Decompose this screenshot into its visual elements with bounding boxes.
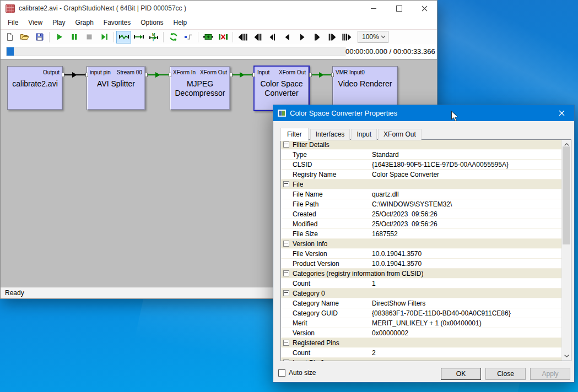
seek-bar[interactable] [6,47,345,56]
property-label: File [293,181,303,188]
property-row[interactable]: Category GUID {083863F1-70DE-11D0-BD40-0… [281,308,561,318]
property-row[interactable]: Category 0 [281,288,561,298]
property-value: MERIT_UNLIKELY + 1 (0x00400001) [372,319,561,327]
refresh-graph-button[interactable] [166,31,181,43]
auto-size-option[interactable]: Auto size [278,369,316,377]
scrollbar-thumb[interactable] [563,146,570,244]
property-row[interactable]: Registered Pins [281,338,561,348]
property-row[interactable]: Created 25/Oct/2023 09:56:26 [281,209,561,219]
filter-box[interactable]: XForm In XForm Out MJPEG Decompressor [170,66,230,110]
tab[interactable]: Input [351,129,377,140]
filter-box[interactable]: VMR Input0 Video Renderer [332,66,398,110]
step-marker-button[interactable] [181,31,196,43]
property-row[interactable]: Count 2 [281,348,561,358]
property-row[interactable]: Type Standard [281,150,561,160]
property-row[interactable]: Category Name DirectShow Filters [281,298,561,308]
play-button[interactable] [52,31,67,43]
output-pin-label[interactable]: XForm Out [200,69,227,75]
tab[interactable]: Interfaces [310,129,350,140]
connection-arrow[interactable] [146,73,170,77]
save-graph-button[interactable] [32,31,47,43]
dialog-button[interactable]: Apply [530,368,570,380]
connect-mt-button[interactable]: M T [146,31,161,43]
input-pin-label[interactable]: input pin [90,69,111,75]
property-row[interactable]: Filter Details [281,140,561,150]
menu-item[interactable]: Play [47,17,70,29]
insert-filter-button[interactable] [201,31,215,43]
menu-item[interactable]: View [23,17,47,29]
minimize-button[interactable] [361,1,386,16]
seek-back-1-button[interactable] [265,31,280,43]
menu-item[interactable]: Favorites [99,17,136,29]
stop-button[interactable] [82,31,96,43]
connection-arrow[interactable] [63,73,87,77]
zoom-select[interactable]: 100% [358,31,388,43]
seek-row: 00:00:00.000 / 00:00:33.366 [1,44,437,59]
menu-item[interactable]: Graph [70,17,98,29]
collapse-icon[interactable] [283,181,289,187]
maximize-button[interactable] [386,1,412,16]
property-row[interactable]: File [281,179,561,189]
property-label: Created [293,210,372,218]
seek-forward-2-icon [328,34,336,41]
property-row[interactable]: File Size 1687552 [281,229,561,239]
connect-direct-button[interactable] [131,31,146,43]
collapse-icon[interactable] [283,340,289,346]
seek-back-2-button[interactable] [250,31,265,43]
input-pin-label[interactable]: XForm In [173,69,196,75]
collapse-icon[interactable] [283,141,289,148]
seek-forward-1-button[interactable] [310,31,325,43]
connection-arrow[interactable] [310,73,333,77]
collapse-icon[interactable] [283,270,289,276]
seek-forward-2-button[interactable] [325,31,339,43]
step-play-button[interactable] [96,31,111,43]
property-row[interactable]: Product Version 10.0.19041.3570 [281,259,561,269]
property-row[interactable]: File Name quartz.dll [281,189,561,199]
dialog-button[interactable]: OK [441,368,481,380]
frame-back-button[interactable] [280,31,295,43]
tab[interactable]: XForm Out [378,129,422,140]
seek-back-3-button[interactable] [235,31,250,43]
frame-forward-button[interactable] [295,31,310,43]
menu-item[interactable]: Options [136,17,168,29]
remove-filter-button[interactable] [215,31,230,43]
collapse-icon[interactable] [283,360,289,361]
input-pin-label[interactable]: Input [257,69,269,75]
filter-box[interactable]: input pin Stream 00 AVI Splitter [87,66,145,110]
seek-forward-3-button[interactable] [339,31,354,43]
dialog-button[interactable]: Close [485,368,526,380]
output-pin-label[interactable]: Output [43,69,60,75]
dialog-close-button[interactable] [549,105,574,121]
pause-button[interactable] [67,31,82,43]
connect-intelligent-button[interactable] [116,31,131,43]
scrollbar[interactable] [561,140,571,361]
property-row[interactable]: Modified 25/Oct/2023 09:56:26 [281,219,561,229]
property-row[interactable]: File Version 10.0.19041.3570 [281,249,561,259]
titlebar[interactable]: calibrate2.avi - GraphStudioNext ( 64Bit… [1,1,437,16]
open-graph-button[interactable] [17,31,32,43]
output-pin-label[interactable]: Stream 00 [117,69,142,75]
menu-item[interactable]: Help [169,17,192,29]
menu-item[interactable]: File [3,17,23,29]
dialog-titlebar[interactable]: Color Space Converter Properties [273,105,574,121]
collapse-icon[interactable] [283,241,289,247]
property-row[interactable]: Version 0x00000002 [281,328,561,338]
output-pin-label[interactable]: XForm Out [279,69,306,75]
collapse-icon[interactable] [283,290,289,296]
scroll-down-button[interactable] [562,351,571,361]
property-row[interactable]: Registry Name Color Space Converter [281,170,561,179]
connection-arrow[interactable] [231,73,254,77]
property-row[interactable]: CLSID {1643E180-90F5-11CE-97D5-00AA00555… [281,160,561,170]
property-row[interactable]: Input Pin 0 [281,358,561,361]
property-row[interactable]: Version Info [281,239,561,249]
tab[interactable]: Filter [280,128,309,141]
property-row[interactable]: Count 1 [281,279,561,288]
property-row[interactable]: Merit MERIT_UNLIKELY + 1 (0x00400001) [281,318,561,328]
filter-box[interactable]: Output calibrate2.avi [7,66,63,110]
close-button[interactable] [412,1,437,16]
property-row[interactable]: Categories (registry information from CL… [281,269,561,279]
property-row[interactable]: File Path C:\WINDOWS\SYSTEM32\ [281,199,561,209]
input-pin-label[interactable]: VMR Input0 [336,69,365,75]
auto-size-checkbox[interactable] [278,369,285,377]
new-graph-button[interactable] [2,31,17,43]
